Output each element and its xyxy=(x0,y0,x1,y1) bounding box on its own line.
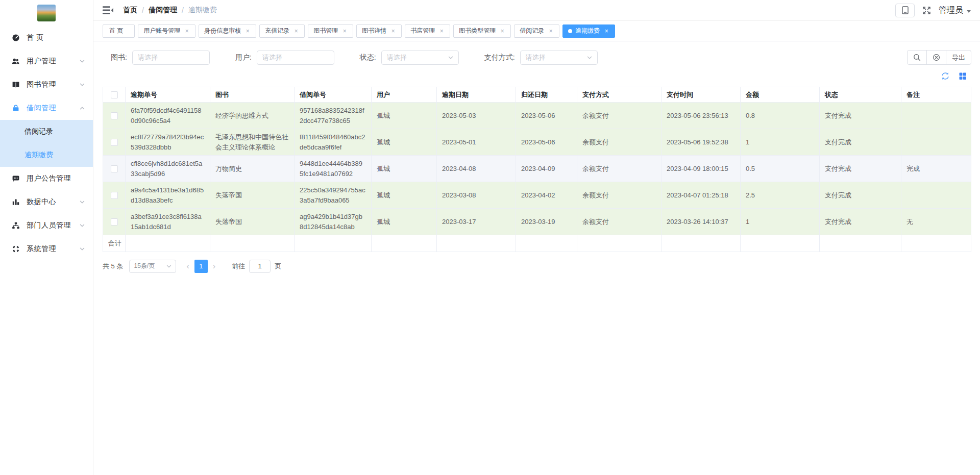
tab[interactable]: 图书详情× xyxy=(356,24,402,38)
table-cell: 失落帝国 xyxy=(210,209,295,235)
breadcrumb-item: 逾期缴费 xyxy=(188,6,217,15)
tab[interactable]: 首 页 xyxy=(103,24,135,38)
mobile-view-button[interactable] xyxy=(895,4,915,17)
user-filter-label: 用户: xyxy=(235,53,252,62)
sidebar-item-system-management[interactable]: 系统管理 xyxy=(0,237,93,261)
logo xyxy=(0,0,93,26)
sidebar-item-book-management[interactable]: 图书管理 xyxy=(0,73,93,96)
tab[interactable]: 用户账号管理× xyxy=(138,24,195,38)
sidebar-item-borrow-management[interactable]: 借阅管理 xyxy=(0,96,93,120)
tab-close-icon[interactable]: × xyxy=(438,28,445,34)
column-header: 图书 xyxy=(210,87,295,103)
summary-cell xyxy=(820,235,901,252)
tab-close-icon[interactable]: × xyxy=(184,28,190,34)
sidebar-item-department-management[interactable]: 部门人员管理 xyxy=(0,214,93,237)
sidebar-collapse-icon[interactable] xyxy=(103,6,113,15)
tab[interactable]: 图书管理× xyxy=(308,24,353,38)
sidebar-item-announcement-management[interactable]: 用户公告管理 xyxy=(0,167,93,190)
select-all-checkbox[interactable] xyxy=(111,91,118,98)
payment-filter-select[interactable]: 请选择 xyxy=(520,51,598,65)
page-number-button[interactable]: 1 xyxy=(194,260,208,273)
goto-page-input[interactable] xyxy=(249,260,271,273)
breadcrumb-item[interactable]: 借阅管理 xyxy=(149,6,177,15)
row-checkbox[interactable] xyxy=(111,165,118,172)
tab[interactable]: 图书类型管理× xyxy=(453,24,511,38)
announcement-icon xyxy=(11,174,20,183)
admin-user-menu[interactable]: 管理员 xyxy=(939,5,971,16)
table-tools xyxy=(103,71,967,81)
search-button[interactable] xyxy=(907,50,927,65)
table-cell: 完成 xyxy=(901,156,971,182)
book-filter-input[interactable] xyxy=(132,51,210,65)
summary-label-cell: 合计 xyxy=(103,235,126,252)
tab[interactable]: 充值记录× xyxy=(259,24,305,38)
users-icon xyxy=(11,57,20,65)
summary-cell xyxy=(662,235,741,252)
row-checkbox-cell xyxy=(103,209,126,235)
table-cell: 余额支付 xyxy=(577,103,662,129)
table-cell: a3bef3a91ce3c8fl6138a15ab1dc681d xyxy=(126,209,210,235)
book-filter-label: 图书: xyxy=(111,53,127,62)
tab-close-icon[interactable]: × xyxy=(499,28,505,34)
sidebar-item-home[interactable]: 首 页 xyxy=(0,26,93,49)
table-cell: 毛泽东思想和中国特色社会主义理论体系概论 xyxy=(210,129,295,156)
breadcrumb-item[interactable]: 首页 xyxy=(123,6,137,15)
user-filter-input[interactable] xyxy=(257,51,334,65)
row-checkbox-cell xyxy=(103,103,126,129)
table-cell: 2023-05-06 19:52:38 xyxy=(662,129,741,156)
summary-cell xyxy=(372,235,437,252)
tab-close-icon[interactable]: × xyxy=(390,28,396,34)
status-filter-select[interactable]: 请选择 xyxy=(381,51,459,65)
column-settings-icon[interactable] xyxy=(959,72,967,80)
tab-close-icon[interactable]: × xyxy=(603,28,609,34)
fullscreen-icon[interactable] xyxy=(922,6,931,15)
tab-label: 身份信息审核 xyxy=(204,27,241,35)
column-header: 逾期单号 xyxy=(126,87,210,103)
sidebar-item-data-center[interactable]: 数据中心 xyxy=(0,190,93,214)
tab-close-icon[interactable]: × xyxy=(293,28,299,34)
column-header: 归还日期 xyxy=(516,87,577,103)
prev-page-button[interactable]: ‹ xyxy=(183,262,192,270)
summary-cell xyxy=(516,235,577,252)
sidebar-item-user-management[interactable]: 用户管理 xyxy=(0,49,93,73)
table-row: ec8f72779a7842f3b94ec539d328dbbb毛泽东思想和中国… xyxy=(103,129,971,156)
row-checkbox[interactable] xyxy=(111,192,118,199)
tab-close-icon[interactable]: × xyxy=(548,28,554,34)
tab-label: 用户账号管理 xyxy=(143,27,180,35)
table-cell: ec8f72779a7842f3b94ec539d328dbbb xyxy=(126,129,210,156)
status-select-placeholder: 请选择 xyxy=(387,53,407,62)
table-cell: 2023-04-09 xyxy=(516,156,577,182)
tab-close-icon[interactable]: × xyxy=(341,28,348,34)
sidebar-item-borrow-records[interactable]: 借阅记录 xyxy=(0,120,93,143)
payment-select-placeholder: 请选择 xyxy=(526,53,546,62)
row-checkbox[interactable] xyxy=(111,112,118,119)
tab[interactable]: 逾期缴费× xyxy=(562,24,615,38)
next-page-button[interactable]: › xyxy=(210,262,218,270)
chevron-down-icon xyxy=(80,223,85,228)
tab[interactable]: 借阅记录× xyxy=(514,24,559,38)
table-cell: 2023-05-06 23:56:13 xyxy=(662,103,741,129)
chevron-down-icon xyxy=(80,59,85,64)
data-icon xyxy=(11,198,20,206)
page-size-select[interactable]: 15条/页 xyxy=(129,260,176,273)
tab-label: 逾期缴费 xyxy=(575,27,600,35)
sidebar-item-overdue-payment[interactable]: 逾期缴费 xyxy=(0,143,93,167)
tab-close-icon[interactable]: × xyxy=(244,28,251,34)
chevron-down-icon xyxy=(80,246,85,252)
breadcrumb-separator: / xyxy=(182,6,184,14)
reset-button[interactable] xyxy=(926,50,946,65)
payment-filter-label: 支付方式: xyxy=(484,53,515,62)
export-button[interactable]: 导出 xyxy=(946,50,971,65)
refresh-icon[interactable] xyxy=(941,71,950,81)
tab[interactable]: 身份信息审核× xyxy=(199,24,256,38)
row-checkbox-cell xyxy=(103,129,126,156)
column-header: 支付方式 xyxy=(577,87,662,103)
goto-label: 前往 xyxy=(232,262,245,271)
row-checkbox[interactable] xyxy=(111,218,118,226)
tab[interactable]: 书店管理× xyxy=(405,24,450,38)
table-cell: 1 xyxy=(741,129,820,156)
row-checkbox[interactable] xyxy=(111,139,118,146)
chevron-down-icon xyxy=(587,55,592,60)
table-cell: 支付完成 xyxy=(820,182,901,209)
table-row: a3bef3a91ce3c8fl6138a15ab1dc681d失落帝国ag9a… xyxy=(103,209,971,235)
